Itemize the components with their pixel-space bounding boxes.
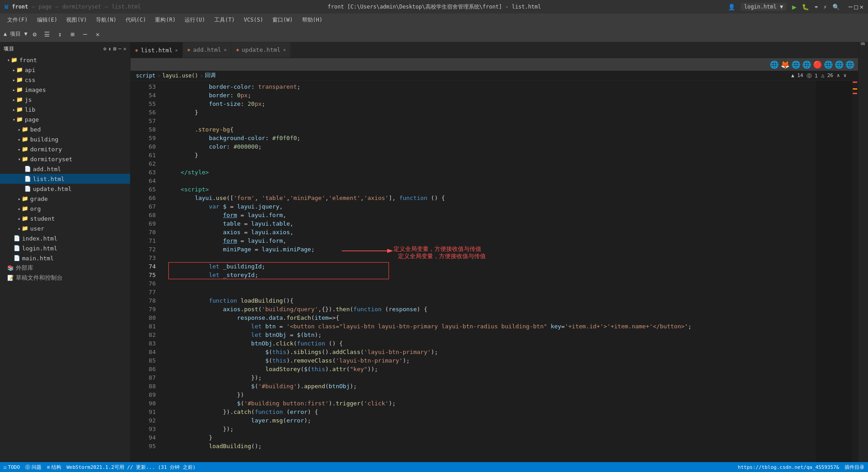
toolbar-collapse[interactable]: ─ bbox=[80, 29, 90, 40]
sidebar-header: 项目 ⚙ ↕ ⊞ ─ ✕ bbox=[0, 42, 130, 55]
tab-close-updatehtml[interactable]: ✕ bbox=[283, 47, 286, 52]
tree-item-bed[interactable]: 📁 bed bbox=[0, 124, 130, 134]
tree-item-css[interactable]: 📁 css bbox=[0, 75, 130, 85]
warning-count[interactable]: ⓪ 1 bbox=[807, 73, 818, 79]
run-btn[interactable]: ▶ bbox=[792, 3, 796, 11]
browser-icon-7[interactable]: 🌐 bbox=[835, 60, 844, 69]
browser-icon-3[interactable]: 🌐 bbox=[791, 60, 800, 69]
ln-72: 72 bbox=[137, 245, 156, 254]
tree-item-indexhtml[interactable]: 📄 index.html bbox=[0, 233, 130, 243]
tree-item-student[interactable]: 📁 student bbox=[0, 213, 130, 223]
git-btn[interactable]: ⚡ bbox=[823, 4, 827, 10]
toolbar-settings[interactable]: ⚙ bbox=[29, 29, 40, 40]
menu-refactor[interactable]: 重构(R) bbox=[151, 15, 179, 25]
status-structure[interactable]: ≡ 结构 bbox=[47, 464, 61, 471]
header-close-icon[interactable]: ✕ bbox=[123, 46, 127, 52]
coverage-btn[interactable]: ☂ bbox=[814, 4, 818, 10]
code-area[interactable]: border-color: transparent; border: 0px; … bbox=[159, 81, 816, 462]
ln-83: 83 bbox=[137, 339, 156, 348]
code-line-73 bbox=[167, 254, 816, 262]
tree-item-user[interactable]: 📁 user bbox=[0, 223, 130, 233]
menu-file[interactable]: 文件(F) bbox=[4, 15, 32, 25]
tree-item-mainhtml[interactable]: 📄 main.html bbox=[0, 253, 130, 263]
toolbar-expand[interactable]: ⊞ bbox=[67, 29, 78, 40]
toolbar-sort[interactable]: ↕ bbox=[54, 29, 65, 40]
ln-55: 55 bbox=[137, 100, 156, 108]
menu-view[interactable]: 视图(V) bbox=[63, 15, 90, 25]
tree-item-js[interactable]: 📁 js bbox=[0, 95, 130, 104]
menu-vcs[interactable]: VCS(S) bbox=[240, 15, 267, 24]
tree-item-updatehtml[interactable]: 📄 update.html bbox=[0, 184, 130, 194]
breadcrumb-callback[interactable]: 回调 bbox=[205, 72, 216, 79]
debug-btn[interactable]: 🐛 bbox=[802, 4, 809, 10]
code-line-58: .storey-bg{ bbox=[167, 125, 816, 134]
code-line-57 bbox=[167, 117, 816, 125]
win-minimize-btn[interactable]: ─ bbox=[849, 3, 852, 10]
error-count[interactable]: ▲ 14 bbox=[791, 73, 804, 79]
menu-help[interactable]: 帮助(H) bbox=[298, 15, 326, 25]
caret-down[interactable]: ∨ bbox=[843, 73, 846, 79]
tree-item-images[interactable]: 📁 images bbox=[0, 85, 130, 95]
tab-updatehtml[interactable]: ◈ update.html ✕ bbox=[231, 42, 291, 58]
header-settings-icon[interactable]: ⚙ bbox=[103, 46, 106, 52]
tree-item-front[interactable]: 📁 front bbox=[0, 55, 130, 65]
tree-item-lib[interactable]: 📁 lib bbox=[0, 104, 130, 114]
ln-92: 92 bbox=[137, 416, 156, 425]
status-plugin[interactable]: 插件目录 bbox=[845, 464, 864, 471]
tree-item-org[interactable]: 📁 org bbox=[0, 204, 130, 213]
win-close-btn[interactable]: ✕ bbox=[860, 3, 863, 10]
browser-icon-8[interactable]: 🌐 bbox=[845, 60, 854, 69]
tree-item-loginhtml[interactable]: 📄 login.html bbox=[0, 243, 130, 253]
tab-close-listhtml[interactable]: ✕ bbox=[175, 48, 178, 53]
login-btn[interactable]: login.html ▼ bbox=[741, 3, 787, 11]
tab-listhtml[interactable]: ◈ list.html ✕ bbox=[131, 42, 183, 58]
ln-64: 64 bbox=[137, 177, 156, 185]
header-sort-icon[interactable]: ↕ bbox=[108, 46, 112, 52]
sidebar-header-icons: ⚙ ↕ ⊞ ─ ✕ bbox=[103, 46, 127, 52]
browser-icon-6[interactable]: 🌐 bbox=[824, 60, 833, 69]
code-line-67: var $ = layui.jquery, bbox=[167, 202, 816, 211]
toolbar-layout[interactable]: ☰ bbox=[42, 29, 53, 40]
browser-icon-5[interactable]: 🔴 bbox=[813, 60, 822, 69]
tree-item-page[interactable]: 📁 page bbox=[0, 114, 130, 124]
caret-up[interactable]: ∧ bbox=[837, 73, 840, 79]
status-url[interactable]: https://tblog.csdn.net/qa_4559357& bbox=[738, 464, 839, 470]
status-update[interactable]: WebStorm2021.1.2可用 // 更新... (31 分钟 之前) bbox=[67, 464, 196, 471]
search-icon[interactable]: 🔍 bbox=[832, 4, 840, 10]
tree-item-listhtml[interactable]: 📄 list.html bbox=[0, 174, 130, 184]
menu-navigate[interactable]: 导航(N) bbox=[92, 15, 120, 25]
menu-edit[interactable]: 编辑(E) bbox=[33, 15, 61, 25]
tree-item-dormitoryset[interactable]: 📁 dormitoryset bbox=[0, 154, 130, 164]
menu-code[interactable]: 代码(C) bbox=[122, 15, 150, 25]
browser-icon-1[interactable]: 🌐 bbox=[770, 60, 779, 69]
header-expand-icon[interactable]: ⊞ bbox=[113, 46, 117, 52]
info-count[interactable]: △ 26 bbox=[821, 73, 833, 79]
breadcrumb-layuiuse[interactable]: layui.use() bbox=[163, 73, 198, 79]
ln-82: 82 bbox=[137, 331, 156, 339]
tree-item-grade[interactable]: 📁 grade bbox=[0, 194, 130, 204]
file-icon-addhtml: 📄 bbox=[24, 166, 31, 172]
tree-item-addhtml[interactable]: 📄 add.html bbox=[0, 164, 130, 174]
header-minus-icon[interactable]: ─ bbox=[118, 46, 122, 52]
toolbar-close[interactable]: ✕ bbox=[92, 29, 103, 40]
tab-addhtml[interactable]: ◈ add.html ✕ bbox=[183, 42, 231, 58]
menu-tools[interactable]: 工具(T) bbox=[211, 15, 239, 25]
menu-run[interactable]: 运行(U) bbox=[181, 15, 209, 25]
breadcrumb-script[interactable]: script bbox=[136, 73, 155, 79]
tree-item-dormitory[interactable]: 📁 dormitory bbox=[0, 144, 130, 154]
ln-74: 74 bbox=[137, 262, 156, 271]
win-maximize-btn[interactable]: □ bbox=[854, 3, 858, 10]
tab-close-addhtml[interactable]: ✕ bbox=[224, 47, 226, 52]
browser-icon-2[interactable]: 🦊 bbox=[781, 60, 790, 69]
tree-item-scratch[interactable]: 📝 草稿文件和控制台 bbox=[0, 273, 130, 283]
user-icon[interactable]: 👤 bbox=[728, 4, 735, 10]
tree-item-building[interactable]: 📁 building bbox=[0, 134, 130, 144]
menu-window[interactable]: 窗口(W) bbox=[269, 15, 297, 25]
browser-icon-4[interactable]: 🌐 bbox=[802, 60, 811, 69]
status-todo[interactable]: ☑ TODO bbox=[4, 464, 20, 470]
browser-toolbar: 🌐 🦊 🌐 🌐 🔴 🌐 🌐 🌐 bbox=[131, 58, 858, 71]
status-problems[interactable]: ⓪ 问题 bbox=[25, 464, 41, 471]
tree-item-external[interactable]: 📚 外部库 bbox=[0, 263, 130, 273]
browser-icons: 🌐 🦊 🌐 🌐 🔴 🌐 🌐 🌐 bbox=[770, 60, 854, 69]
tree-item-api[interactable]: 📁 api bbox=[0, 65, 130, 75]
